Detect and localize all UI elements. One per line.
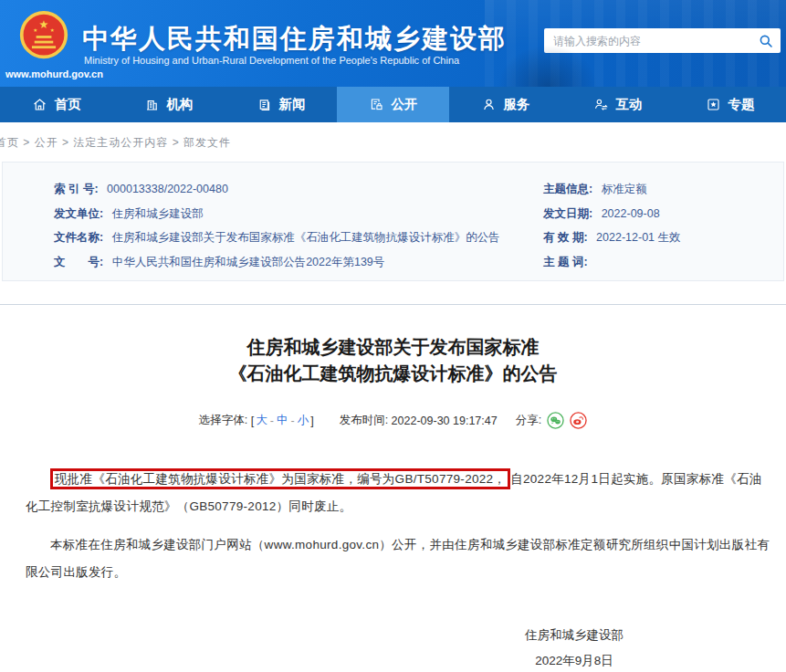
- title-line-1: 住房和城乡建设部关于发布国家标准: [0, 334, 786, 361]
- signature-block: 住房和城乡建设部 2022年9月8日: [483, 623, 665, 672]
- services-person-icon: [481, 97, 497, 112]
- wechat-share-icon[interactable]: [547, 412, 564, 429]
- main-nav: 首页 机构 新闻 公开 服务 互动: [0, 87, 786, 122]
- paragraph-2-text: 本标准在住房和城乡建设部门户网站（www.mohurd.gov.cn）公开，并由…: [26, 538, 770, 579]
- home-icon: [32, 97, 47, 112]
- breadcrumb[interactable]: 首页 > 公开 > 法定主动公开内容 > 部发文件: [0, 135, 786, 151]
- meta-label: 发文日期:: [543, 207, 592, 220]
- meta-col-right: 主题信息: 标准定额 发文日期: 2022-09-08 有 效 期: 2022-…: [543, 177, 783, 280]
- red-highlight-box: 现批准《石油化工建筑物抗爆设计标准》为国家标准，编号为GB/T50779-202…: [50, 468, 510, 489]
- nav-label: 首页: [55, 96, 81, 113]
- nav-item-topics[interactable]: 专题: [674, 87, 786, 122]
- meta-row-document-number: 文 号: 中华人民共和国住房和城乡建设部公告2022年第139号: [54, 250, 543, 275]
- share-label: 分享:: [516, 413, 541, 428]
- national-emblem-logo: ★ ★ ★: [18, 7, 69, 66]
- page-title: 住房和城乡建设部关于发布国家标准 《石油化工建筑物抗爆设计标准》的公告: [0, 334, 786, 387]
- disclosure-icon: [369, 97, 384, 112]
- site-subtitle: Ministry of Housing and Urban-Rural Deve…: [84, 55, 459, 66]
- document-meta-panel: 索 引 号: 000013338/2022-00480 发文单位: 住房和城乡建…: [2, 162, 784, 281]
- font-size-large-button[interactable]: 大: [256, 413, 267, 428]
- publish-time-value: 2022-09-30 19:17:47: [392, 415, 498, 427]
- search-box[interactable]: [544, 28, 781, 53]
- nav-label: 机构: [167, 96, 194, 113]
- topics-star-icon: [706, 97, 721, 112]
- svg-text:★: ★: [50, 27, 55, 33]
- weibo-share-icon[interactable]: [570, 412, 587, 429]
- separator: -: [270, 415, 274, 427]
- nav-item-home[interactable]: 首页: [0, 87, 112, 122]
- nav-item-disclosure[interactable]: 公开: [337, 87, 449, 122]
- meta-col-left: 索 引 号: 000013338/2022-00480 发文单位: 住房和城乡建…: [3, 177, 543, 280]
- meta-value: 2022-12-01 生效: [596, 231, 680, 244]
- signature-date: 2022年9月8日: [483, 648, 665, 672]
- bracket-open: [: [251, 415, 254, 427]
- title-line-2: 《石油化工建筑物抗爆设计标准》的公告: [0, 361, 786, 387]
- meta-value: 标准定额: [602, 183, 647, 195]
- organization-icon: [144, 97, 160, 112]
- meta-row-index-number: 索 引 号: 000013338/2022-00480: [54, 177, 543, 202]
- nav-item-interaction[interactable]: 互动: [561, 87, 674, 122]
- site-url: www.mohurd.gov.cn: [5, 68, 103, 79]
- meta-label: 有 效 期:: [543, 231, 588, 244]
- article-content: 住房和城乡建设部关于发布国家标准 《石油化工建筑物抗爆设计标准》的公告 选择字体…: [0, 304, 786, 672]
- nav-label: 服务: [504, 96, 530, 113]
- article-meta-row: 选择字体: [ 大 - 中 - 小 ] 发布时间: 2022-09-30 19:…: [0, 412, 786, 429]
- svg-text:★: ★: [39, 18, 49, 31]
- meta-label: 主题信息:: [543, 183, 592, 195]
- meta-row-document-name: 文件名称: 住房和城乡建设部关于发布国家标准《石油化工建筑物抗爆设计标准》的公告: [54, 226, 543, 250]
- nav-item-org[interactable]: 机构: [112, 87, 225, 122]
- share-row: 分享:: [516, 412, 587, 429]
- font-size-medium-button[interactable]: 中: [277, 413, 288, 428]
- nav-label: 专题: [728, 96, 755, 113]
- site-title: 中华人民共和国住房和城乡建设部: [82, 21, 507, 58]
- publish-time: 发布时间: 2022-09-30 19:17:47: [340, 413, 498, 428]
- nav-label: 新闻: [279, 96, 306, 113]
- font-size-selector: 选择字体: [ 大 - 中 - 小 ]: [199, 413, 314, 428]
- nav-item-services[interactable]: 服务: [449, 87, 561, 122]
- meta-value: 住房和城乡建设部关于发布国家标准《石油化工建筑物抗爆设计标准》的公告: [112, 231, 500, 244]
- news-icon: [257, 97, 272, 112]
- nav-label: 公开: [392, 96, 418, 113]
- interaction-icon: [593, 97, 609, 112]
- meta-label: 索 引 号:: [54, 183, 99, 195]
- meta-value: 2022-09-08: [602, 207, 660, 220]
- nav-item-news[interactable]: 新闻: [225, 87, 337, 122]
- meta-value: 住房和城乡建设部: [112, 207, 204, 220]
- meta-label: 文件名称:: [54, 231, 103, 244]
- meta-row-topic-info: 主题信息: 标准定额: [543, 177, 783, 202]
- publish-time-label: 发布时间:: [340, 413, 388, 428]
- separator: -: [290, 415, 294, 427]
- font-selector-label: 选择字体:: [199, 413, 247, 428]
- svg-text:★: ★: [33, 27, 37, 33]
- font-size-small-button[interactable]: 小: [298, 413, 309, 428]
- search-input[interactable]: [553, 35, 759, 47]
- meta-value: 000013338/2022-00480: [107, 183, 228, 195]
- nav-label: 互动: [616, 96, 643, 113]
- search-icon[interactable]: [759, 34, 773, 48]
- meta-row-issue-date: 发文日期: 2022-09-08: [543, 202, 783, 226]
- meta-value: 中华人民共和国住房和城乡建设部公告2022年第139号: [112, 256, 385, 268]
- meta-label: 发文单位:: [54, 207, 103, 220]
- signature-name: 住房和城乡建设部: [483, 623, 665, 648]
- meta-row-effective-date: 有 效 期: 2022-12-01 生效: [543, 226, 783, 250]
- article-paragraph-1: 现批准《石油化工建筑物抗爆设计标准》为国家标准，编号为GB/T50779-202…: [26, 466, 771, 520]
- meta-label: 主 题 词:: [543, 256, 588, 268]
- site-header: ★ ★ ★ 中华人民共和国住房和城乡建设部 Ministry of Housin…: [0, 0, 786, 87]
- meta-row-issuing-unit: 发文单位: 住房和城乡建设部: [54, 202, 543, 226]
- meta-row-keywords: 主 题 词:: [543, 250, 783, 275]
- bracket-close: ]: [310, 415, 313, 427]
- article-paragraph-2: 本标准在住房和城乡建设部门户网站（www.mohurd.gov.cn）公开，并由…: [26, 531, 771, 586]
- meta-label: 文 号:: [54, 256, 103, 268]
